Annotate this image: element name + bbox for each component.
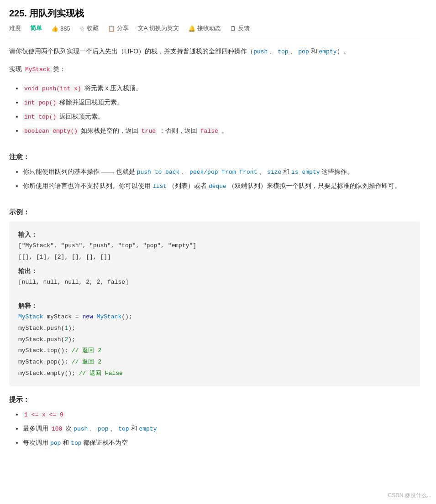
collect-label: 收藏	[87, 24, 99, 32]
bell-icon: 🔔	[188, 25, 195, 32]
likes-button[interactable]: 👍 385	[51, 25, 70, 32]
switch-label: 切换为英文	[149, 24, 179, 32]
thumb-up-icon: 👍	[51, 25, 58, 32]
code-line-6: myStack.empty(); // 返回 False	[18, 368, 411, 379]
switch-lang-button[interactable]: 文A 切换为英文	[138, 24, 179, 32]
feedback-icon: 🗒	[230, 25, 236, 32]
hints-title: 提示：	[9, 395, 420, 404]
share-icon: 📋	[108, 25, 115, 32]
list-item: 你只能使用队列的基本操作 —— 也就是 push to back 、 peek/…	[23, 165, 420, 178]
output-label: 输出：	[18, 265, 411, 277]
share-label: 分享	[117, 24, 129, 32]
code-line-2: myStack.push(1);	[18, 323, 411, 334]
collect-button[interactable]: ☆ 收藏	[79, 24, 99, 32]
feedback-button[interactable]: 🗒 反馈	[230, 24, 250, 32]
page-title: 225. 用队列实现栈	[9, 7, 420, 20]
implement-label: 实现 MyStack 类：	[9, 63, 420, 75]
output-value: [null, null, null, 2, 2, false]	[18, 277, 411, 288]
star-icon: ☆	[79, 25, 85, 32]
difficulty-value[interactable]: 简单	[30, 24, 42, 32]
hints-section: 提示： 1 <= x <= 9 最多调用 100 次 push 、 pop 、 …	[9, 395, 420, 449]
list-item: 每次调用 pop 和 top 都保证栈不为空	[23, 436, 420, 449]
example-title: 示例：	[9, 208, 420, 217]
input-label: 输入：	[18, 229, 411, 241]
likes-count: 385	[60, 25, 70, 32]
page-container: 225. 用队列实现栈 难度 简单 👍 385 ☆ 收藏 📋 分享 文A 切换为…	[0, 0, 429, 457]
code-line-3: myStack.push(2);	[18, 334, 411, 346]
methods-list: void push(int x) 将元素 x 压入栈顶。 int pop() 移…	[9, 82, 420, 137]
explain-label: 解释：	[18, 300, 411, 312]
hints-list: 1 <= x <= 9 最多调用 100 次 push 、 pop 、 top …	[9, 408, 420, 449]
list-item: 1 <= x <= 9	[23, 408, 420, 421]
feedback-label: 反馈	[238, 24, 250, 32]
list-item: int pop() 移除并返回栈顶元素。	[23, 96, 420, 109]
list-item: boolean empty() 如果栈是空的，返回 true ；否则，返回 fa…	[23, 124, 420, 137]
note-list: 你只能使用队列的基本操作 —— 也就是 push to back 、 peek/…	[9, 165, 420, 192]
list-item: void push(int x) 将元素 x 压入栈顶。	[23, 82, 420, 95]
code-line-1: MyStack myStack = new MyStack();	[18, 312, 411, 323]
problem-intro: 请你仅使用两个队列实现一个后入先出（LIFO）的栈，并支持普通栈的全部四种操作（…	[9, 46, 420, 57]
translate-icon: 文A	[138, 24, 148, 32]
list-item: int top() 返回栈顶元素。	[23, 110, 420, 123]
input-line2: [[], [1], [2], [], [], []]	[18, 252, 411, 263]
watermark: CSDN @没什么...	[388, 492, 431, 499]
note-title: 注意：	[9, 153, 420, 161]
difficulty-label: 难度	[9, 24, 21, 32]
notify-label: 接收动态	[197, 24, 221, 32]
list-item: 最多调用 100 次 push 、 pop 、 top 和 empty	[23, 422, 420, 435]
example-box: 输入： ["MyStack", "push", "push", "top", "…	[9, 221, 420, 387]
share-button[interactable]: 📋 分享	[108, 24, 129, 32]
list-item: 你所使用的语言也许不支持队列。你可以使用 list （列表）或者 deque （…	[23, 179, 420, 192]
code-line-4: myStack.top(); // 返回 2	[18, 345, 411, 357]
notify-button[interactable]: 🔔 接收动态	[188, 24, 221, 32]
meta-row: 难度 简单 👍 385 ☆ 收藏 📋 分享 文A 切换为英文 🔔 接收动态 🗒 …	[9, 24, 420, 38]
code-line-5: myStack.pop(); // 返回 2	[18, 357, 411, 368]
input-line1: ["MyStack", "push", "push", "top", "pop"…	[18, 240, 411, 252]
